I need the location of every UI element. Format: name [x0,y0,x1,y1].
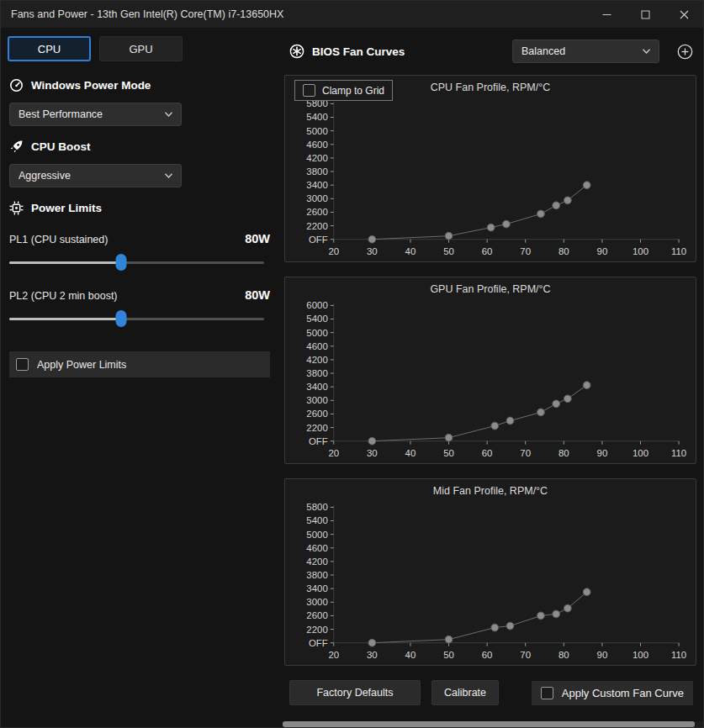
fan-curve-point[interactable] [564,197,571,204]
fan-curve-point[interactable] [583,382,590,389]
pl2-value: 80W [245,288,270,302]
window-title: Fans and Power - 13th Gen Intel(R) Core(… [11,8,283,20]
cpu-fan-chart-panel: Clamp to Grid CPU Fan Profile, RPM/°C OF… [284,75,696,262]
pl1-slider-track[interactable] [9,261,264,264]
fan-curve-point[interactable] [583,588,590,596]
svg-text:40: 40 [405,650,416,660]
fan-curve-point[interactable] [537,409,545,416]
fan-curve-point[interactable] [583,182,590,189]
windows-power-mode-label: Windows Power Mode [31,79,151,92]
fan-curve-point[interactable] [537,210,545,218]
fan-curve-point[interactable] [553,202,560,209]
svg-text:80: 80 [558,650,569,660]
apply-custom-fan-curve-panel: Apply Custom Fan Curve [532,681,693,705]
svg-text:20: 20 [328,650,339,660]
chevron-down-icon [165,112,172,117]
svg-text:80: 80 [558,448,569,458]
svg-text:110: 110 [671,246,686,256]
apply-custom-fan-curve-checkbox[interactable] [541,687,553,699]
svg-text:2600: 2600 [306,207,327,217]
svg-text:3800: 3800 [306,570,327,580]
fan-curve-point[interactable] [445,434,453,441]
apply-power-limits-checkbox[interactable] [16,358,29,371]
svg-text:4200: 4200 [306,355,327,365]
fan-curve-point[interactable] [368,437,376,445]
fan-preset-dropdown[interactable]: Balanced [512,40,659,63]
window-content: CPU GPU Windows Power Mode Best Performa… [1,28,703,728]
fan-curve-point[interactable] [564,604,571,612]
svg-text:90: 90 [597,448,608,458]
gpu-fan-curve-chart[interactable]: OFF2200260030003400380042004600500054006… [285,298,696,463]
maximize-button[interactable] [626,1,664,28]
fan-curve-point[interactable] [445,232,453,240]
tab-cpu[interactable]: CPU [8,36,91,61]
pl2-slider[interactable] [9,309,264,328]
cpu-chip-icon [9,201,24,215]
pl2-slider-thumb[interactable] [116,310,127,327]
close-button[interactable] [664,1,703,28]
svg-text:90: 90 [597,246,608,256]
minimize-icon [602,10,611,19]
fan-curves-title: BIOS Fan Curves [312,45,405,58]
fan-curve-point[interactable] [564,395,571,403]
fan-curve-point[interactable] [445,636,453,643]
fan-preset-value: Balanced [521,45,565,57]
svg-text:3000: 3000 [306,395,327,405]
fan-curve-point[interactable] [368,235,376,243]
fan-curve-point[interactable] [487,224,495,231]
chart-title-gpu: GPU Fan Profile, RPM/°C [285,283,696,298]
add-preset-button[interactable] [677,44,693,60]
svg-text:4600: 4600 [306,140,327,150]
svg-text:100: 100 [633,650,648,660]
svg-text:110: 110 [671,650,686,660]
svg-text:4200: 4200 [306,557,327,567]
clamp-to-grid-chip: Clamp to Grid [294,80,393,101]
mid-fan-curve-chart[interactable]: OFF2200260030003400380042004600500054005… [285,500,696,665]
fan-curve-point[interactable] [553,400,560,408]
svg-text:30: 30 [367,448,378,458]
svg-text:2600: 2600 [306,409,327,419]
pl1-slider[interactable] [9,253,264,272]
fan-curve-point[interactable] [506,417,514,425]
svg-text:3400: 3400 [306,382,327,392]
svg-text:3000: 3000 [306,597,327,607]
fan-curve-point[interactable] [553,610,560,618]
minimize-button[interactable] [587,1,626,28]
fan-curve-point[interactable] [506,622,514,630]
app-window: Fans and Power - 13th Gen Intel(R) Core(… [0,0,704,728]
fan-curve-point[interactable] [368,639,376,646]
pl1-slider-thumb[interactable] [116,254,127,271]
rocket-icon [9,140,24,154]
clamp-to-grid-checkbox[interactable] [303,84,315,97]
svg-text:50: 50 [443,448,454,458]
pl2-slider-track[interactable] [9,318,264,320]
svg-text:5400: 5400 [306,515,327,525]
fan-curve-point[interactable] [491,624,499,631]
svg-text:5000: 5000 [306,328,327,338]
cpu-boost-value: Aggressive [19,170,71,182]
svg-text:2200: 2200 [306,221,327,231]
horizontal-scrollbar-thumb[interactable] [283,721,695,727]
cpu-fan-curve-chart[interactable]: OFF2200260030003400380042004600500054005… [285,97,696,261]
fan-curve-point[interactable] [503,220,511,228]
fan-curve-point[interactable] [491,422,499,430]
svg-text:3800: 3800 [306,166,327,177]
pl2-row: PL2 (CPU 2 min boost) 80W [9,288,270,302]
chevron-down-icon [643,49,650,54]
cpu-boost-dropdown[interactable]: Aggressive [9,164,182,187]
svg-text:40: 40 [405,246,416,256]
svg-text:OFF: OFF [309,638,328,648]
svg-text:110: 110 [671,448,686,458]
power-mode-dropdown[interactable]: Best Performance [9,103,182,126]
fan-curve-point[interactable] [537,612,545,620]
calibrate-button[interactable]: Calibrate [431,680,499,705]
titlebar: Fans and Power - 13th Gen Intel(R) Core(… [1,1,703,28]
horizontal-scrollbar[interactable] [283,721,703,727]
svg-text:2200: 2200 [306,625,327,635]
svg-text:40: 40 [405,448,416,458]
svg-text:100: 100 [633,448,648,458]
windows-power-mode-heading: Windows Power Mode [9,78,276,92]
svg-text:4600: 4600 [306,543,327,553]
tab-gpu[interactable]: GPU [99,36,183,61]
factory-defaults-button[interactable]: Factory Defaults [289,680,421,705]
